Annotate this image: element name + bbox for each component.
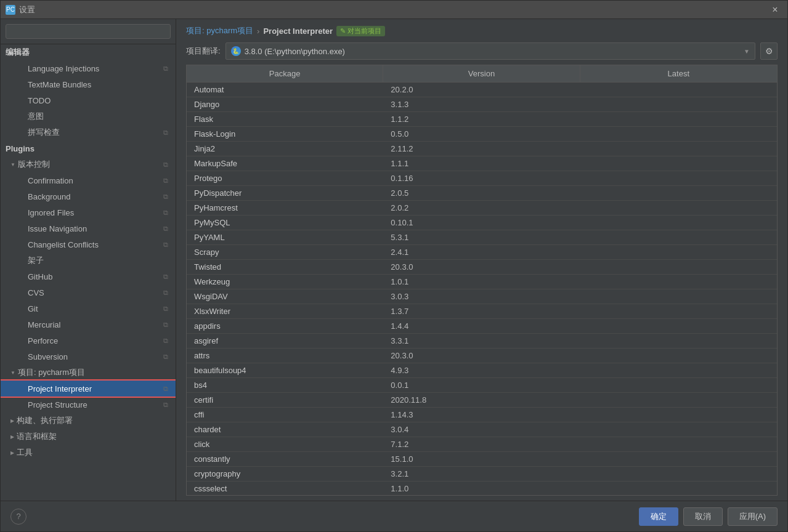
search-input[interactable] (6, 24, 171, 39)
cell-version: 3.0.4 (383, 422, 580, 437)
sidebar-item-mercurial[interactable]: Mercurial⧉ (1, 316, 176, 332)
copy-icon-git: ⧉ (163, 305, 168, 313)
sidebar-item-changelist-conflicts[interactable]: Changelist Conflicts⧉ (1, 236, 176, 252)
table-row[interactable]: click 7.1.2 (187, 437, 777, 452)
table-row[interactable]: XlsxWriter 1.3.7 (187, 304, 777, 319)
sidebar-item-lang-framework[interactable]: ▶语言和框架 (1, 429, 176, 445)
copy-icon-perforce: ⧉ (163, 337, 168, 345)
table-row[interactable]: Scrapy 2.4.1 (187, 245, 777, 260)
table-row[interactable]: chardet 3.0.4 (187, 422, 777, 437)
apply-button[interactable]: 应用(A) (728, 507, 778, 526)
cancel-button[interactable]: 取消 (683, 507, 723, 526)
interpreter-select[interactable]: 🐍 3.8.0 (E:\python\python.exe) ▼ (225, 42, 755, 60)
table-row[interactable]: constantly 15.1.0 (187, 452, 777, 467)
table-row[interactable]: bs4 0.0.1 (187, 378, 777, 393)
table-row[interactable]: asgiref 3.3.1 (187, 334, 777, 349)
table-row[interactable]: PyHamcrest 2.0.2 (187, 201, 777, 216)
sidebar-item-pinyin[interactable]: 拼写检查⧉ (1, 124, 176, 140)
sidebar-item-issue-navigation[interactable]: Issue Navigation⧉ (1, 220, 176, 236)
cell-package: appdirs (187, 319, 383, 333)
sidebar-label-project-header: 项目: pycharm项目 (18, 367, 85, 378)
sidebar-label-version-control: 版本控制 (18, 159, 50, 170)
main-content: 编辑器Language Injections⧉TextMate BundlesT… (1, 19, 787, 501)
cell-latest (580, 260, 777, 274)
copy-icon-changelist-conflicts: ⧉ (163, 241, 168, 249)
table-row[interactable]: Automat 20.2.0 (187, 83, 777, 97)
cell-latest (580, 142, 777, 156)
cell-version: 5.3.1 (383, 230, 580, 244)
table-row[interactable]: MarkupSafe 1.1.1 (187, 156, 777, 171)
cell-package: cffi (187, 408, 383, 422)
sidebar-item-version-control[interactable]: ▼版本控制⧉ (1, 156, 176, 172)
cell-version: 3.1.3 (383, 97, 580, 111)
copy-icon-pinyin: ⧉ (163, 129, 168, 137)
cell-version: 1.0.1 (383, 275, 580, 289)
table-row[interactable]: WsgiDAV 3.0.3 (187, 289, 777, 304)
sidebar-label-project-interpreter: Project Interpreter (28, 384, 92, 393)
table-row[interactable]: Flask 1.1.2 (187, 112, 777, 127)
sidebar-item-subversion[interactable]: Subversion⧉ (1, 349, 176, 365)
sidebar-item-cvs[interactable]: CVS⧉ (1, 284, 176, 300)
confirm-button[interactable]: 确定 (639, 507, 678, 526)
cell-version: 20.3.0 (383, 349, 580, 363)
cell-latest (580, 393, 777, 407)
table-row[interactable]: cffi 1.14.3 (187, 408, 777, 422)
close-button[interactable]: × (768, 2, 782, 17)
sidebar-item-jiajia[interactable]: 架子 (1, 252, 176, 268)
table-row[interactable]: attrs 20.3.0 (187, 349, 777, 363)
cell-latest (580, 83, 777, 97)
breadcrumb-tag[interactable]: ✎ 对当前项目 (336, 26, 385, 36)
sidebar-item-tools[interactable]: ▶工具 (1, 445, 176, 461)
sidebar-item-confirmation[interactable]: Confirmation⧉ (1, 172, 176, 188)
table-row[interactable]: cryptography 3.2.1 (187, 467, 777, 482)
sidebar-item-yitu[interactable]: 意图 (1, 108, 176, 124)
copy-icon-confirmation: ⧉ (163, 177, 168, 185)
cell-package: cssselect (187, 482, 383, 495)
table-row[interactable]: Jinja2 2.11.2 (187, 142, 777, 156)
breadcrumb: 项目: pycharm项目 › Project Interpreter ✎ 对当… (176, 19, 787, 40)
table-row[interactable]: cssselect 1.1.0 (187, 482, 777, 495)
breadcrumb-project[interactable]: 项目: pycharm项目 (186, 25, 253, 36)
sidebar-item-language-injections[interactable]: Language Injections⧉ (1, 60, 176, 76)
table-row[interactable]: Flask-Login 0.5.0 (187, 127, 777, 142)
sidebar-item-github[interactable]: GitHub⧉ (1, 268, 176, 284)
bottom-bar: ? 确定 取消 应用(A) (1, 501, 787, 531)
cell-version: 1.4.4 (383, 319, 580, 333)
table-row[interactable]: PyDispatcher 2.0.5 (187, 186, 777, 201)
cell-package: PyDispatcher (187, 186, 383, 200)
sidebar-item-textmate-bundles[interactable]: TextMate Bundles (1, 76, 176, 92)
python-icon: 🐍 (231, 46, 241, 56)
table-row[interactable]: Django 3.1.3 (187, 97, 777, 112)
table-row[interactable]: PyMySQL 0.10.1 (187, 216, 777, 230)
sidebar-label-editor-header: 编辑器 (6, 47, 30, 58)
table-row[interactable]: certifi 2020.11.8 (187, 393, 777, 408)
table-row[interactable]: appdirs 1.4.4 (187, 319, 777, 334)
gear-button[interactable]: ⚙ (760, 42, 778, 60)
search-box (1, 19, 176, 44)
cell-latest (580, 127, 777, 141)
sidebar-label-ignored-files: Ignored Files (28, 208, 74, 217)
sidebar-item-background[interactable]: Background⧉ (1, 188, 176, 204)
sidebar-item-ignored-files[interactable]: Ignored Files⧉ (1, 204, 176, 220)
table-row[interactable]: Werkzeug 1.0.1 (187, 275, 777, 289)
sidebar-item-git[interactable]: Git⧉ (1, 300, 176, 316)
table-row[interactable]: Twisted 20.3.0 (187, 260, 777, 275)
sidebar-label-confirmation: Confirmation (28, 176, 73, 185)
cell-package: PyHamcrest (187, 201, 383, 215)
sidebar-item-build-exec[interactable]: ▶构建、执行部署 (1, 413, 176, 429)
sidebar-item-todo[interactable]: TODO (1, 92, 176, 108)
sidebar-item-project-interpreter[interactable]: Project Interpreter⧉ (1, 381, 176, 397)
table-row[interactable]: Protego 0.1.16 (187, 171, 777, 186)
sidebar-item-project-header[interactable]: ▼项目: pycharm项目 (1, 365, 176, 381)
help-button[interactable]: ? (10, 509, 26, 525)
sidebar-label-project-structure: Project Structure (28, 400, 87, 409)
expander-icon-tools: ▶ (10, 450, 14, 456)
cell-latest (580, 304, 777, 318)
cell-package: XlsxWriter (187, 304, 383, 318)
sidebar-item-perforce[interactable]: Perforce⧉ (1, 332, 176, 349)
cell-latest (580, 482, 777, 495)
interpreter-select-text: 🐍 3.8.0 (E:\python\python.exe) (231, 46, 345, 56)
table-row[interactable]: PyYAML 5.3.1 (187, 230, 777, 245)
table-row[interactable]: beautifulsoup4 4.9.3 (187, 363, 777, 378)
sidebar-item-project-structure[interactable]: Project Structure⧉ (1, 397, 176, 413)
